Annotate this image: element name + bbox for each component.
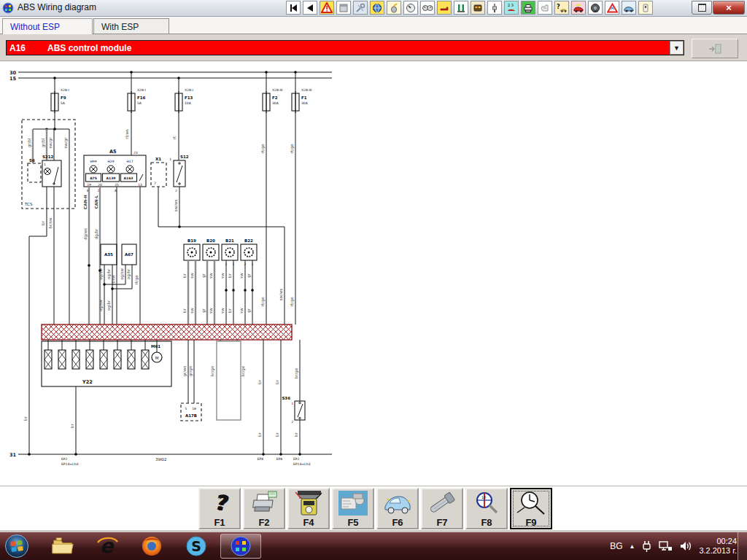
taskbar-item-explorer[interactable] <box>42 534 83 559</box>
lift-icon[interactable] <box>454 1 468 15</box>
mouse-icon[interactable] <box>387 1 401 15</box>
warning-lamp-icon <box>90 166 97 173</box>
volume-icon[interactable] <box>679 540 692 552</box>
close-button[interactable]: × <box>713 1 745 15</box>
hidden-icons-arrow[interactable]: ▲ <box>629 543 635 550</box>
wrench-icon[interactable] <box>437 1 452 15</box>
firefox-icon <box>140 535 163 557</box>
taskbar-item-firefox[interactable] <box>131 534 172 559</box>
ep8-label: EP8 <box>258 457 264 461</box>
fuse-connector: X28-III <box>301 88 311 92</box>
printer-icon[interactable] <box>521 1 535 15</box>
abs-wheel-icon[interactable]: ABS <box>588 1 603 15</box>
title-bar: ABS Wiring diagram 2 3 ? ABS <box>0 0 747 17</box>
wire-label: br <box>258 379 262 384</box>
wire-label: og/br <box>126 268 131 279</box>
car-data-icon[interactable]: 2 3 <box>504 1 519 15</box>
wire-label: rt/ge <box>290 144 295 154</box>
wire-label: br/ge <box>294 368 299 378</box>
wire-label: br <box>275 432 279 436</box>
sheet-ref: 39I02 <box>155 457 167 462</box>
wire-label: og/sw <box>120 268 125 280</box>
fkey-label: F7 <box>422 517 462 528</box>
s212-label: S212 <box>42 155 54 159</box>
show-desktop-button[interactable] <box>738 532 747 560</box>
window-icon[interactable] <box>336 1 351 15</box>
tools-icon[interactable] <box>353 1 368 15</box>
measure-magnifier-icon: 10 <box>467 489 506 517</box>
h17-label: H17 <box>126 160 133 163</box>
locate-component-button[interactable] <box>692 39 738 58</box>
globe-icon[interactable] <box>370 1 384 15</box>
language-indicator[interactable]: BG <box>610 541 622 551</box>
f6-car-view-button[interactable]: F6 <box>376 488 419 529</box>
fuse-f2: X28-III F2 30A rt/ge rt/ge <box>260 72 282 324</box>
tab-with-esp[interactable]: With ESP <box>93 18 169 34</box>
wire-label: sw/gr <box>63 137 69 149</box>
module-code: A16 <box>9 43 47 53</box>
fuse-connector: X28-I <box>61 88 69 92</box>
bus-31-label: 31 <box>9 452 17 458</box>
fuse-id: F9 <box>61 96 66 100</box>
f7-tool-button[interactable]: F7 <box>421 488 463 529</box>
f5-engine-view-button[interactable]: F5 <box>332 488 374 529</box>
car-icon[interactable] <box>622 1 636 15</box>
solenoid-valve-icon <box>142 340 149 369</box>
restore-button[interactable] <box>692 1 712 15</box>
fkey-label: F5 <box>333 517 373 528</box>
network-icon[interactable] <box>659 540 673 552</box>
fkey-label: F1 <box>200 517 239 528</box>
a67-label: A67 <box>125 252 133 257</box>
warning-lamp-icon <box>126 166 133 173</box>
module-combobox[interactable]: A16 ABS control module ▼ <box>6 40 684 55</box>
tab-without-esp[interactable]: Without ESP <box>2 18 93 35</box>
wire-label: sw <box>209 273 213 279</box>
engine-icon[interactable] <box>538 1 552 15</box>
start-button[interactable] <box>4 534 29 559</box>
taskbar-item-diagnostic-app[interactable] <box>220 534 261 559</box>
bus-30-label: 30 <box>9 70 17 76</box>
taskbar-item-internet-explorer[interactable]: e <box>87 534 128 559</box>
sparkplug-icon[interactable] <box>487 1 502 15</box>
h29-label: H29 <box>107 160 114 163</box>
gauge-icon[interactable] <box>403 1 418 15</box>
taskbar-item-skype[interactable]: S <box>176 534 217 559</box>
warning-sign-icon[interactable] <box>605 1 619 15</box>
solenoid-valve-icon <box>100 340 107 369</box>
dropdown-arrow-icon[interactable]: ▼ <box>670 41 684 55</box>
explorer-icon <box>51 536 74 556</box>
tcs-label: TCS <box>24 202 33 206</box>
gauges-icon[interactable] <box>420 1 435 15</box>
f2-print-button[interactable]: F2 <box>243 488 285 529</box>
fkey-label: F9 <box>511 517 551 528</box>
f1-help-button[interactable]: ?? F1 <box>198 488 241 529</box>
f9-timing-button[interactable]: F9 <box>510 488 552 529</box>
shield-loop: br/gn br/ge <box>210 340 246 420</box>
pin-label: 2 <box>291 420 293 424</box>
clock[interactable]: 00:24 3.2.2013 г. <box>699 537 737 556</box>
f4-multimeter-button[interactable]: F4 <box>287 488 330 529</box>
wire-label: dg/br <box>94 228 99 239</box>
help-car-icon[interactable]: ? <box>554 1 569 15</box>
warning-icon[interactable] <box>320 1 334 15</box>
wire-label: br/gn <box>210 365 215 376</box>
printer-icon <box>244 489 284 517</box>
back-icon[interactable] <box>303 1 317 15</box>
motor-m-label: M <box>155 356 159 360</box>
fkey-label: F8 <box>467 517 506 528</box>
wire-label: br <box>23 416 28 420</box>
fuse-amp: 5A <box>61 101 66 105</box>
solenoid-valve-icon <box>44 340 52 369</box>
dashboard-icon[interactable] <box>471 1 485 15</box>
switch-icon[interactable] <box>638 1 653 15</box>
wheel-sensor-b22: B22 2 1 sw gr sw gr <box>239 238 257 324</box>
bus-15-label: 15 <box>9 76 17 82</box>
service-car-icon[interactable] <box>571 1 586 15</box>
help-icon: ?? <box>200 489 239 517</box>
first-page-icon[interactable] <box>286 1 301 15</box>
wiring-diagram: 30 15 31 X28-I F9 5A X28-I F16 5A rt/ws <box>0 61 747 484</box>
a139-label: A139 <box>107 176 116 180</box>
abs-module-connector <box>42 324 292 340</box>
f8-measure-button[interactable]: 10 F8 <box>465 488 508 529</box>
power-icon[interactable] <box>641 540 652 553</box>
